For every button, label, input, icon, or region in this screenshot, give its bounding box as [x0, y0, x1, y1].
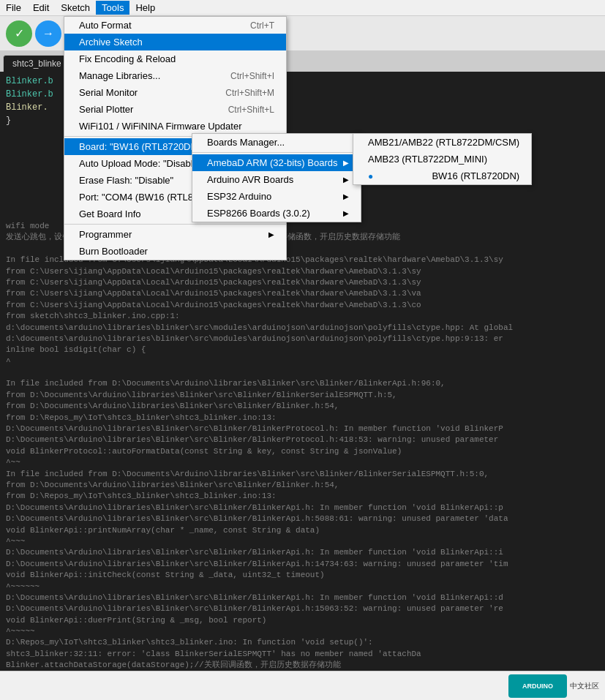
tab-shtc3[interactable]: shtc3_blinke — [3, 55, 71, 72]
menu-programmer[interactable]: Programmer ▶ — [64, 226, 286, 243]
menu-manage-libraries-label: Manage Libraries... — [79, 70, 160, 81]
menu-serial-plotter-label: Serial Plotter — [79, 104, 133, 115]
output-line: from D:\Documents\Arduino\libraries\Blin… — [6, 390, 599, 401]
divider-2 — [64, 224, 286, 225]
code-text-cyan-1: Blinker. — [6, 76, 48, 86]
output-line: D:\Documents\Arduino\libraries\Blinker\s… — [6, 559, 599, 570]
output-line: ^~~~ — [6, 536, 599, 547]
menu-get-board-info-label: Get Board Info — [79, 208, 141, 219]
menu-manage-libraries[interactable]: Manage Libraries... Ctrl+Shift+I — [64, 67, 286, 84]
menu-sketch[interactable]: Sketch — [55, 1, 96, 15]
output-line: D:\Documents\Arduino\libraries\Blinker\s… — [6, 547, 599, 558]
menu-fix-encoding-label: Fix Encoding & Reload — [79, 53, 176, 64]
menu-manage-libraries-shortcut: Ctrl+Shift+I — [230, 71, 274, 81]
output-line: void BlinkerApi::printNumArray(char * _n… — [6, 525, 599, 536]
output-line: ^~~ — [6, 457, 599, 468]
output-line: inline bool isdigit(char c) { — [6, 345, 599, 355]
menu-wifi-updater[interactable]: WiFi101 / WiFiNINA Firmware Updater — [64, 118, 286, 135]
menu-serial-monitor-shortcut: Ctrl+Shift+M — [225, 88, 274, 98]
output-line: from D:\Documents\Arduino\libraries\Blin… — [6, 480, 599, 491]
menu-erase-flash-label: Erase Flash: "Disable" — [79, 175, 173, 186]
menu-wifi-updater-label: WiFi101 / WiFiNINA Firmware Updater — [79, 121, 241, 132]
menu-erase-flash[interactable]: Erase Flash: "Disable" ▶ — [64, 172, 286, 189]
menu-auto-upload[interactable]: Auto Upload Mode: "Disable" ▶ — [64, 155, 286, 172]
menu-get-board-info[interactable]: Get Board Info — [64, 206, 286, 222]
verify-button[interactable]: ✓ — [6, 20, 32, 47]
menu-burn-bootloader[interactable]: Burn Bootloader — [64, 243, 286, 260]
upload-button[interactable]: → — [35, 20, 61, 47]
output-line: from C:\Users\ijiang\AppData\Local\Ardui… — [6, 277, 599, 288]
menu-auto-upload-label: Auto Upload Mode: "Disable" — [79, 158, 202, 169]
menu-auto-upload-arrow: ▶ — [268, 159, 274, 168]
menu-bar: File Edit Sketch Tools Help — [0, 0, 605, 16]
menu-serial-plotter-shortcut: Ctrl+Shift+L — [228, 105, 274, 115]
menu-archive-sketch-label: Archive Sketch — [79, 37, 143, 48]
output-line: ^ — [6, 356, 599, 367]
divider-1 — [64, 136, 286, 137]
output-line: from D:\Documents\Arduino\libraries\Blin… — [6, 401, 599, 412]
menu-auto-format[interactable]: Auto Format Ctrl+T — [64, 17, 286, 34]
menu-fix-encoding[interactable]: Fix Encoding & Reload — [64, 50, 286, 67]
menu-programmer-arrow: ▶ — [268, 230, 274, 238]
menu-serial-plotter[interactable]: Serial Plotter Ctrl+Shift+L — [64, 101, 286, 118]
output-line: from C:\Users\ijiang\AppData\Local\Ardui… — [6, 300, 599, 311]
menu-board[interactable]: Board: "BW16 (RTL8720DN)" ▶ — [64, 138, 286, 155]
output-line: d:\documents\arduino\libraries\blinker\s… — [6, 323, 599, 334]
output-line: from D:\Repos_my\IoT\shtc3_blinker\shtc3… — [6, 413, 599, 424]
output-line: void BlinkerApi::initCheck(const String … — [6, 570, 599, 581]
menu-board-label: Board: "BW16 (RTL8720DN)" — [79, 141, 204, 152]
menu-archive-sketch[interactable]: Archive Sketch — [64, 34, 286, 50]
output-line: d:\documents\arduino\libraries\blinker\s… — [6, 334, 599, 345]
output-line: D:\Documents\Arduino\libraries\Blinker\s… — [6, 513, 599, 524]
arduino-label: ARDUINO — [522, 682, 553, 690]
output-line: D:\Documents\Arduino\libraries\Blinker\s… — [6, 434, 599, 445]
menu-port[interactable]: Port: "COM4 (BW16 (RTL8720DN))" ▶ — [64, 189, 286, 206]
output-line — [6, 367, 599, 378]
output-line: void BlinkerApi::duerPrint(String & _msg… — [6, 615, 599, 626]
menu-port-arrow: ▶ — [268, 193, 274, 201]
menu-port-label: Port: "COM4 (BW16 (RTL8720DN))" — [79, 192, 233, 203]
menu-help[interactable]: Help — [129, 1, 161, 15]
output-line: D:\Documents\Arduino\libraries\Blinker\s… — [6, 603, 599, 614]
menu-tools[interactable]: Tools — [96, 1, 129, 15]
menu-erase-flash-arrow: ▶ — [268, 176, 274, 184]
output-line: shtc3_blinker:32:11: error: 'class Blink… — [6, 649, 599, 660]
menu-serial-monitor[interactable]: Serial Monitor Ctrl+Shift+M — [64, 84, 286, 101]
menu-serial-monitor-label: Serial Monitor — [79, 87, 138, 98]
code-text-yellow-1: Blinker. — [6, 102, 48, 113]
menu-board-arrow: ▶ — [268, 143, 274, 151]
output-area: wifi mode发送心跳包，设备收到心跳包后会返回设备当前状态，如果用户有自定… — [0, 218, 605, 671]
output-line: from C:\Users\ijiang\AppData\Local\Ardui… — [6, 266, 599, 277]
menu-file[interactable]: File — [0, 1, 27, 15]
menu-edit[interactable]: Edit — [27, 1, 55, 15]
output-line: Blinker.attachDataStorage(dataStorage);/… — [6, 660, 599, 671]
output-line: from C:\Users\ijiang\AppData\Local\Ardui… — [6, 288, 599, 299]
output-line: In file included from D:\Documents\Ardui… — [6, 378, 599, 389]
menu-auto-format-label: Auto Format — [79, 20, 132, 31]
output-line: D:\Documents\Arduino\libraries\Blinker\s… — [6, 503, 599, 513]
code-text-cyan-2: Blinker. — [6, 89, 48, 99]
output-line: from sketch\shtc3_blinker.ino.cpp:1: — [6, 311, 599, 322]
output-line: D:\Documents\Arduino\libraries\Blinker\s… — [6, 424, 599, 434]
output-line: D:\Documents\Arduino\libraries\Blinker\s… — [6, 592, 599, 603]
arduino-logo: ARDUINO — [508, 674, 567, 698]
output-line: D:\Repos_my\IoT\shtc3_blinker\shtc3_blin… — [6, 637, 599, 648]
menu-programmer-label: Programmer — [79, 229, 132, 240]
output-line: In file included from D:\Documents\Ardui… — [6, 469, 599, 480]
menu-burn-bootloader-label: Burn Bootloader — [79, 246, 148, 257]
status-bar: ARDUINO 中文社区 — [0, 671, 605, 700]
output-line: from D:\Repos_my\IoT\shtc3_blinker\shtc3… — [6, 491, 599, 502]
output-line: void BlinkerProtocol::autoFormatData(con… — [6, 446, 599, 457]
tools-dropdown: Auto Format Ctrl+T Archive Sketch Fix En… — [64, 16, 287, 260]
output-line: ^~~~~~~ — [6, 582, 599, 592]
cn-community-label: 中文社区 — [570, 681, 599, 691]
menu-auto-format-shortcut: Ctrl+T — [250, 20, 274, 31]
output-line: ^~~~~~ — [6, 626, 599, 637]
